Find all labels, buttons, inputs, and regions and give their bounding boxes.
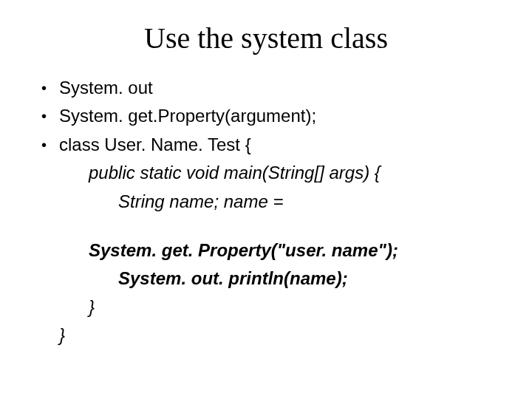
code-line: public static void main(String[] args) { (41, 161, 491, 185)
bullet-item: • System. get.Property(argument); (41, 104, 491, 128)
bullet-text: System. out (59, 76, 491, 100)
bullet-dot-icon: • (41, 133, 59, 157)
slide: Use the system class • System. out • Sys… (0, 0, 532, 399)
code-line: System. out. println(name); (41, 267, 491, 290)
code-line: String name; name = (41, 190, 491, 214)
bullet-text: System. get.Property(argument); (59, 104, 491, 128)
code-close-brace: } (41, 324, 491, 347)
slide-body: • System. out • System. get.Property(arg… (0, 61, 532, 348)
code-close-brace: } (41, 296, 491, 319)
blank-line (41, 218, 491, 239)
slide-title: Use the system class (0, 0, 532, 61)
bullet-text: class User. Name. Test { (59, 133, 491, 157)
bullet-dot-icon: • (41, 76, 59, 100)
bullet-dot-icon: • (41, 104, 59, 128)
code-line: System. get. Property("user. name"); (41, 239, 491, 262)
bullet-item: • class User. Name. Test { (41, 133, 491, 157)
bullet-item: • System. out (41, 76, 491, 100)
